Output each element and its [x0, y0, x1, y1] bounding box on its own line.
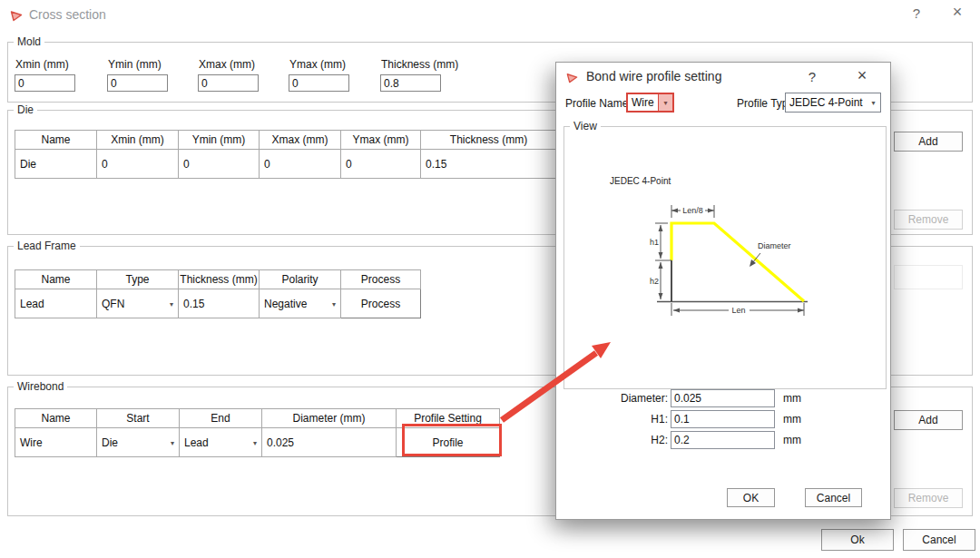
column-header: Start: [97, 409, 180, 428]
leadframe-header-row: Name Type Thickness (mm) Polarity Proces…: [15, 270, 421, 289]
mold-ymax-label: Ymax (mm): [289, 58, 346, 71]
profile-type-combobox[interactable]: JEDEC 4-Point ▾: [785, 93, 881, 113]
dim-h2-label: h2: [650, 277, 659, 286]
diagram-title: JEDEC 4-Point: [610, 176, 671, 186]
diameter-input[interactable]: [671, 389, 775, 407]
wirebond-end-dropdown[interactable]: Lead ▾: [180, 428, 262, 457]
bond-wire-profile-dialog: Bond wire profile setting ? × Profile Na…: [555, 62, 891, 520]
dim-h1-label: h1: [650, 238, 659, 247]
column-header: Thickness (mm): [421, 131, 557, 150]
column-header: Xmin (mm): [97, 131, 179, 150]
leadframe-process-button[interactable]: Process: [341, 289, 421, 318]
chevron-down-icon[interactable]: ▾: [332, 299, 336, 308]
die-table-row: Die 0 0 0 0 0.15: [15, 150, 557, 179]
dim-diameter-label: Diameter: [758, 241, 791, 250]
annotation-arrow: [495, 336, 622, 426]
wirebond-start-dropdown[interactable]: Die ▾: [97, 428, 180, 457]
die-ymin-cell[interactable]: 0: [179, 150, 260, 179]
die-ymax-cell[interactable]: 0: [341, 150, 421, 179]
close-icon[interactable]: ×: [949, 4, 965, 20]
chevron-down-icon[interactable]: ▾: [170, 299, 173, 308]
column-header: Diameter (mm): [262, 409, 397, 428]
column-header: Type: [97, 270, 179, 289]
column-header: Ymax (mm): [341, 131, 421, 150]
h1-input[interactable]: [671, 410, 775, 428]
die-name-cell[interactable]: Die: [15, 150, 97, 179]
dialog-help-icon[interactable]: ?: [805, 69, 819, 85]
column-header: Polarity: [260, 270, 341, 289]
chevron-down-icon[interactable]: ▾: [867, 93, 880, 112]
dim-len8-label: Len/8: [682, 206, 703, 215]
column-header: Xmax (mm): [260, 131, 341, 150]
dialog-icon: [565, 71, 579, 84]
die-xmin-cell[interactable]: 0: [97, 150, 179, 179]
mold-legend: Mold: [14, 35, 44, 48]
column-header: Name: [15, 131, 97, 150]
mold-xmin-input[interactable]: [15, 74, 75, 92]
mold-ymin-input[interactable]: [107, 74, 168, 92]
mold-thickness-input[interactable]: [380, 74, 441, 92]
wirebond-remove-button[interactable]: Remove: [894, 488, 963, 508]
leadframe-type-dropdown[interactable]: QFN ▾: [97, 289, 179, 318]
mold-xmin-label: Xmin (mm): [15, 58, 69, 71]
column-header: Thickness (mm): [179, 270, 260, 289]
wirebond-diameter-cell[interactable]: 0.025: [262, 428, 397, 457]
leadframe-table-row: Lead QFN ▾ 0.15 Negative ▾ Process: [15, 289, 421, 318]
chevron-down-icon[interactable]: ▾: [171, 438, 174, 446]
leadframe-thickness-cell[interactable]: 0.15: [179, 289, 260, 318]
leadframe-legend: Lead Frame: [14, 240, 80, 252]
diameter-unit: mm: [783, 392, 801, 405]
dialog-close-icon[interactable]: ×: [854, 67, 870, 83]
mold-xmax-input[interactable]: [198, 74, 259, 92]
wirebond-name-cell[interactable]: Wire: [15, 428, 97, 457]
app-icon: [9, 8, 24, 23]
wire-profile-path: [671, 223, 804, 301]
help-icon[interactable]: ?: [909, 5, 924, 22]
cross-section-window: Cross section ? × Mold Xmin (mm) Ymin (m…: [0, 0, 980, 558]
chevron-down-icon[interactable]: ▾: [253, 438, 257, 446]
wirebond-legend: Wirebond: [14, 380, 67, 393]
dialog-cancel-button[interactable]: Cancel: [805, 488, 862, 507]
column-header: Name: [15, 270, 97, 289]
die-add-button[interactable]: Add: [894, 132, 963, 152]
dialog-title: Bond wire profile setting: [586, 69, 721, 83]
profile-name-label: Profile Name: [565, 97, 628, 110]
column-header: Name: [15, 409, 97, 428]
chevron-down-icon[interactable]: ▾: [658, 94, 672, 111]
mold-thickness-label: Thickness (mm): [381, 58, 458, 71]
die-header-row: Name Xmin (mm) Ymin (mm) Xmax (mm) Ymax …: [15, 131, 557, 150]
h1-unit: mm: [783, 413, 801, 426]
leadframe-name-cell[interactable]: Lead: [15, 289, 97, 318]
die-legend: Die: [14, 103, 37, 116]
h2-input[interactable]: [671, 431, 775, 449]
column-header: Process: [341, 270, 421, 289]
die-remove-button[interactable]: Remove: [894, 210, 963, 230]
main-cancel-button[interactable]: Cancel: [903, 529, 975, 551]
mold-ymin-label: Ymin (mm): [108, 58, 162, 71]
h2-unit: mm: [783, 434, 801, 446]
die-table: Name Xmin (mm) Ymin (mm) Xmax (mm) Ymax …: [15, 130, 557, 179]
main-ok-button[interactable]: Ok: [821, 529, 894, 551]
dialog-ok-button[interactable]: OK: [727, 488, 775, 507]
column-header: Ymin (mm): [179, 131, 260, 150]
window-title: Cross section: [29, 7, 106, 22]
profile-name-combobox[interactable]: Wire ▾: [626, 93, 674, 113]
leadframe-table: Name Type Thickness (mm) Polarity Proces…: [15, 269, 421, 318]
mold-ymax-input[interactable]: [289, 74, 349, 92]
profile-button-highlight-box: [402, 424, 502, 456]
die-thickness-cell[interactable]: 0.15: [421, 150, 557, 179]
dim-len-label: Len: [731, 306, 745, 315]
leadframe-polarity-dropdown[interactable]: Negative ▾: [260, 289, 341, 318]
die-xmax-cell[interactable]: 0: [260, 150, 341, 179]
wirebond-add-button[interactable]: Add: [894, 410, 963, 430]
mold-xmax-label: Xmax (mm): [199, 58, 255, 71]
column-header: End: [180, 409, 262, 428]
h2-label: H2:: [559, 434, 668, 446]
leadframe-add-button[interactable]: [894, 265, 963, 289]
